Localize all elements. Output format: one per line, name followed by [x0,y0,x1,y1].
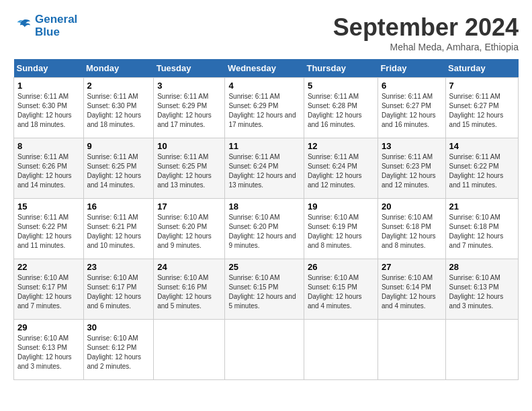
calendar-day-cell: 23 Sunrise: 6:10 AM Sunset: 6:17 PM Dayl… [83,259,154,320]
day-info: Sunrise: 6:10 AM Sunset: 6:20 PM Dayligh… [228,213,300,250]
calendar-day-cell: 24 Sunrise: 6:10 AM Sunset: 6:16 PM Dayl… [154,259,225,320]
calendar-day-cell: 29 Sunrise: 6:10 AM Sunset: 6:13 PM Dayl… [14,320,84,380]
calendar-day-cell: 19 Sunrise: 6:10 AM Sunset: 6:19 PM Dayl… [304,199,378,259]
calendar-day-cell: 13 Sunrise: 6:11 AM Sunset: 6:23 PM Dayl… [378,138,445,199]
calendar-day-cell: 6 Sunrise: 6:11 AM Sunset: 6:27 PM Dayli… [378,78,445,138]
calendar-day-cell: 20 Sunrise: 6:10 AM Sunset: 6:18 PM Dayl… [378,199,445,259]
calendar-day-cell: 21 Sunrise: 6:10 AM Sunset: 6:18 PM Dayl… [445,199,518,259]
day-info: Sunrise: 6:11 AM Sunset: 6:24 PM Dayligh… [308,152,374,190]
day-info: Sunrise: 6:11 AM Sunset: 6:21 PM Dayligh… [87,213,150,250]
weekday-header-row: SundayMondayTuesdayWednesdayThursdayFrid… [14,59,519,78]
calendar-day-cell: 22 Sunrise: 6:10 AM Sunset: 6:17 PM Dayl… [14,259,84,320]
logo: General Blue [13,13,77,38]
calendar-week-row: 1 Sunrise: 6:11 AM Sunset: 6:30 PM Dayli… [14,78,519,138]
calendar-day-cell: 12 Sunrise: 6:11 AM Sunset: 6:24 PM Dayl… [304,138,378,199]
weekday-header-thursday: Thursday [304,59,378,78]
day-number: 13 [382,141,442,151]
calendar-week-row: 29 Sunrise: 6:10 AM Sunset: 6:13 PM Dayl… [14,320,519,380]
calendar-day-cell: 11 Sunrise: 6:11 AM Sunset: 6:24 PM Dayl… [225,138,304,199]
calendar-day-cell: 1 Sunrise: 6:11 AM Sunset: 6:30 PM Dayli… [14,78,84,138]
calendar-day-cell: 28 Sunrise: 6:10 AM Sunset: 6:13 PM Dayl… [445,259,518,320]
calendar-day-cell: 16 Sunrise: 6:11 AM Sunset: 6:21 PM Dayl… [83,199,154,259]
day-info: Sunrise: 6:11 AM Sunset: 6:27 PM Dayligh… [382,92,442,130]
calendar-day-cell: 25 Sunrise: 6:10 AM Sunset: 6:15 PM Dayl… [225,259,304,320]
day-info: Sunrise: 6:11 AM Sunset: 6:22 PM Dayligh… [449,152,515,190]
calendar-day-cell [154,320,225,380]
day-number: 30 [87,322,150,332]
day-number: 25 [228,262,300,272]
day-info: Sunrise: 6:10 AM Sunset: 6:19 PM Dayligh… [308,213,374,250]
day-number: 5 [308,81,374,91]
calendar-day-cell: 18 Sunrise: 6:10 AM Sunset: 6:20 PM Dayl… [225,199,304,259]
calendar-day-cell: 7 Sunrise: 6:11 AM Sunset: 6:27 PM Dayli… [445,78,518,138]
day-info: Sunrise: 6:11 AM Sunset: 6:30 PM Dayligh… [17,92,80,130]
calendar-day-cell [445,320,518,380]
day-info: Sunrise: 6:10 AM Sunset: 6:17 PM Dayligh… [17,273,80,311]
calendar-day-cell: 26 Sunrise: 6:10 AM Sunset: 6:15 PM Dayl… [304,259,378,320]
weekday-header-wednesday: Wednesday [225,59,304,78]
calendar-table: SundayMondayTuesdayWednesdayThursdayFrid… [13,59,519,380]
calendar-day-cell [304,320,378,380]
day-number: 26 [308,262,374,272]
calendar-day-cell: 2 Sunrise: 6:11 AM Sunset: 6:30 PM Dayli… [83,78,154,138]
day-info: Sunrise: 6:10 AM Sunset: 6:18 PM Dayligh… [449,213,515,250]
calendar-week-row: 15 Sunrise: 6:11 AM Sunset: 6:22 PM Dayl… [14,199,519,259]
day-info: Sunrise: 6:10 AM Sunset: 6:16 PM Dayligh… [157,273,221,311]
day-info: Sunrise: 6:11 AM Sunset: 6:27 PM Dayligh… [449,92,515,130]
day-number: 6 [382,81,442,91]
day-info: Sunrise: 6:10 AM Sunset: 6:15 PM Dayligh… [228,273,300,311]
day-number: 10 [157,141,221,151]
calendar-day-cell: 14 Sunrise: 6:11 AM Sunset: 6:22 PM Dayl… [445,138,518,199]
day-info: Sunrise: 6:10 AM Sunset: 6:18 PM Dayligh… [382,213,442,250]
day-number: 2 [87,81,150,91]
day-number: 23 [87,262,150,272]
header: General Blue September 2024 Mehal Meda, … [13,13,519,52]
day-number: 19 [308,201,374,212]
calendar-day-cell: 8 Sunrise: 6:11 AM Sunset: 6:26 PM Dayli… [14,138,84,199]
calendar-day-cell [378,320,445,380]
calendar-week-row: 8 Sunrise: 6:11 AM Sunset: 6:26 PM Dayli… [14,138,519,199]
day-number: 4 [228,81,300,91]
weekday-header-monday: Monday [83,59,154,78]
calendar-day-cell: 5 Sunrise: 6:11 AM Sunset: 6:28 PM Dayli… [304,78,378,138]
calendar-day-cell: 9 Sunrise: 6:11 AM Sunset: 6:25 PM Dayli… [83,138,154,199]
month-title: September 2024 [333,13,519,42]
day-info: Sunrise: 6:11 AM Sunset: 6:29 PM Dayligh… [228,92,300,130]
logo-bird-icon [13,17,32,36]
logo-text: General Blue [35,13,77,38]
calendar-day-cell: 3 Sunrise: 6:11 AM Sunset: 6:29 PM Dayli… [154,78,225,138]
title-area: September 2024 Mehal Meda, Amhara, Ethio… [333,13,519,52]
day-number: 29 [17,322,80,332]
day-info: Sunrise: 6:10 AM Sunset: 6:13 PM Dayligh… [17,334,80,371]
day-info: Sunrise: 6:10 AM Sunset: 6:12 PM Dayligh… [87,334,150,371]
day-info: Sunrise: 6:10 AM Sunset: 6:13 PM Dayligh… [449,273,515,311]
calendar-day-cell: 30 Sunrise: 6:10 AM Sunset: 6:12 PM Dayl… [83,320,154,380]
weekday-header-tuesday: Tuesday [154,59,225,78]
day-number: 9 [87,141,150,151]
day-info: Sunrise: 6:11 AM Sunset: 6:26 PM Dayligh… [17,152,80,190]
day-number: 24 [157,262,221,272]
day-info: Sunrise: 6:11 AM Sunset: 6:25 PM Dayligh… [87,152,150,190]
day-number: 15 [17,201,80,212]
weekday-header-sunday: Sunday [14,59,84,78]
calendar-day-cell: 27 Sunrise: 6:10 AM Sunset: 6:14 PM Dayl… [378,259,445,320]
calendar-day-cell: 15 Sunrise: 6:11 AM Sunset: 6:22 PM Dayl… [14,199,84,259]
day-number: 18 [228,201,300,212]
calendar-day-cell: 10 Sunrise: 6:11 AM Sunset: 6:25 PM Dayl… [154,138,225,199]
weekday-header-friday: Friday [378,59,445,78]
day-number: 14 [449,141,515,151]
day-number: 17 [157,201,221,212]
day-number: 11 [228,141,300,151]
day-number: 16 [87,201,150,212]
weekday-header-saturday: Saturday [445,59,518,78]
location-subtitle: Mehal Meda, Amhara, Ethiopia [333,42,519,52]
calendar-day-cell [225,320,304,380]
day-info: Sunrise: 6:11 AM Sunset: 6:30 PM Dayligh… [87,92,150,130]
day-number: 1 [17,81,80,91]
day-info: Sunrise: 6:10 AM Sunset: 6:20 PM Dayligh… [157,213,221,250]
day-number: 8 [17,141,80,151]
calendar-day-cell: 4 Sunrise: 6:11 AM Sunset: 6:29 PM Dayli… [225,78,304,138]
day-info: Sunrise: 6:11 AM Sunset: 6:25 PM Dayligh… [157,152,221,190]
day-number: 27 [382,262,442,272]
day-number: 28 [449,262,515,272]
